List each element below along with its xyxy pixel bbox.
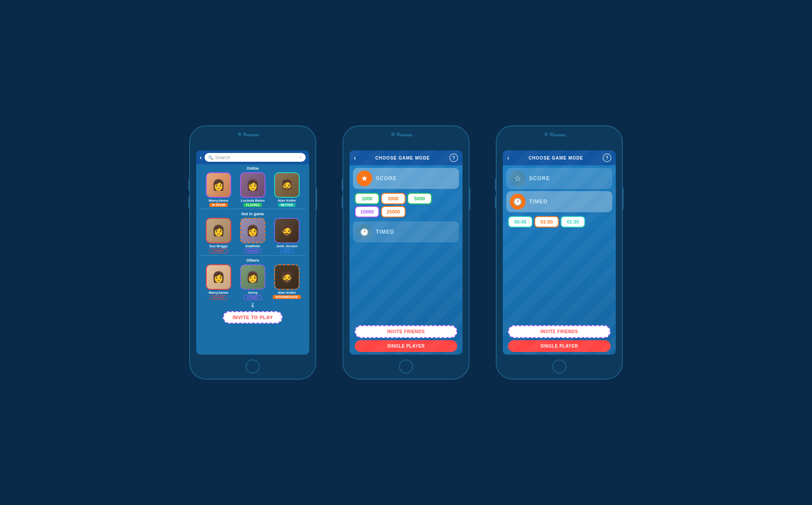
gamemode-screen-timed: ‹ CHOOSE GAME MODE ? SCORE TIMED 00:4	[503, 150, 616, 355]
avatar: 👩	[240, 264, 265, 290]
invite-button-wrapper: INVITE TO PLAY	[196, 309, 309, 326]
time-option-0045[interactable]: 00:45	[508, 216, 533, 228]
list-item[interactable]: 👩 SiaWhite RACER	[237, 218, 269, 253]
avatar-image: 👩	[207, 265, 230, 289]
list-item[interactable]: 👩 MarryJanne IN ROOM	[202, 172, 235, 207]
single-player-button[interactable]: SINGLE PLAYER	[355, 340, 457, 352]
help-button[interactable]: ?	[449, 153, 458, 162]
gamemode-content: SCORE 1000 2000 5000 10000 25000 TIMED I…	[350, 165, 462, 355]
back-button[interactable]: ‹	[354, 154, 356, 161]
online-section-label: Online	[196, 164, 309, 171]
status-badge: INTERMEDIATE	[273, 295, 301, 299]
time-option-0100[interactable]: 01:00	[534, 216, 559, 228]
list-item[interactable]: 👩 Jenny STREET	[237, 264, 269, 300]
timed-mode-label: TIMED	[376, 229, 394, 235]
phone-3: ‹ CHOOSE GAME MODE ? SCORE TIMED 00:4	[496, 125, 623, 380]
avatar-image: 👩	[241, 265, 265, 289]
friends-screen: ‹ 🔍 Search ✕ Online 👩 MarryJanne IN ROOM…	[196, 150, 309, 355]
friend-name: Alan Keller	[278, 199, 296, 203]
phone-home-button[interactable]	[399, 359, 413, 373]
avatar: 👩	[206, 218, 231, 243]
phone-button-left-1	[495, 179, 497, 191]
bottom-buttons: INVITE FRIENDS SINGLE PLAYER	[506, 325, 612, 352]
status-badge: STREET	[244, 295, 262, 300]
back-button[interactable]: ‹	[507, 154, 509, 161]
friend-name: John Jensen	[276, 244, 298, 248]
phone-speaker	[246, 134, 259, 136]
phone-home-button[interactable]	[552, 359, 566, 373]
score-mode-row[interactable]: SCORE	[353, 168, 459, 189]
list-item[interactable]: 👩 MarryJanne NOVICE	[202, 264, 235, 300]
time-options: 00:45 01:00 01:30	[506, 214, 612, 229]
score-icon-circle	[357, 171, 372, 186]
avatar: 👩	[206, 172, 231, 198]
gamemode-screen-score: ‹ CHOOSE GAME MODE ? SCORE 1000 2000 500…	[350, 150, 462, 355]
phone-button-right	[622, 188, 624, 210]
clock-icon	[360, 228, 369, 236]
search-bar: ‹ 🔍 Search ✕	[196, 150, 309, 164]
timed-mode-row[interactable]: TIMED	[506, 191, 612, 212]
avatar: 🧔	[274, 264, 300, 290]
bottom-buttons: INVITE FRIENDS SINGLE PLAYER	[353, 325, 459, 352]
status-badge: NOVICE	[210, 295, 228, 300]
score-option-10000[interactable]: 10000	[355, 206, 379, 217]
friend-name: Lucinda Bates	[241, 199, 265, 203]
score-option-5000[interactable]: 5000	[407, 193, 432, 204]
avatar-image: 🧔	[275, 173, 299, 197]
status-badge: STREET	[209, 249, 228, 253]
status-badge: PLAYING	[244, 203, 262, 207]
help-button[interactable]: ?	[603, 153, 611, 162]
invite-to-play-button[interactable]: INVITE TO PLAY	[223, 311, 282, 324]
score-options: 1000 2000 5000 10000 25000	[353, 191, 459, 219]
search-input-wrapper[interactable]: 🔍 Search ✕	[205, 153, 306, 162]
list-item[interactable]: 👩 Sue Briggs STREET	[202, 218, 235, 253]
score-option-2000[interactable]: 2000	[381, 193, 406, 204]
avatar-image: 👩	[241, 219, 265, 242]
avatar-image: 👩	[207, 173, 230, 197]
not-in-game-friends-grid: 👩 Sue Briggs STREET 👩 SiaWhite RACER 🧔 J…	[196, 217, 309, 254]
avatar-image: 🧔	[275, 265, 299, 289]
friend-name: Alan Keller	[278, 291, 296, 295]
not-in-game-section-label: Not in game	[196, 210, 309, 217]
score-icon-circle	[510, 171, 526, 186]
friend-name: MarryJanne	[209, 291, 229, 295]
avatar-image: 🧔	[275, 219, 299, 242]
time-option-0130[interactable]: 01:30	[561, 216, 585, 228]
avatar: 👩	[240, 218, 265, 243]
score-option-25000[interactable]: 25000	[381, 206, 406, 217]
search-input[interactable]: Search	[215, 155, 297, 160]
avatar: 👩	[240, 172, 265, 198]
list-item[interactable]: 🧔 Alan Keller INTERMEDIATE	[271, 264, 303, 300]
list-item[interactable]: 🧔 John Jensen PRO	[271, 218, 303, 253]
online-friends-grid: 👩 MarryJanne IN ROOM 👩 Lucinda Bates PLA…	[196, 171, 309, 208]
single-player-button[interactable]: SINGLE PLAYER	[508, 340, 611, 352]
timed-mode-row[interactable]: TIMED	[353, 221, 459, 242]
invite-friends-button[interactable]: INVITE FRIENDS	[508, 325, 611, 338]
phone-button-left-2	[495, 196, 497, 209]
score-option-1000[interactable]: 1000	[355, 193, 379, 204]
avatar-image: 👩	[241, 173, 265, 197]
phone-speaker	[399, 134, 413, 136]
others-section-label: Others	[196, 256, 309, 263]
invite-friends-button[interactable]: INVITE FRIENDS	[355, 325, 457, 338]
friend-name: SiaWhite	[245, 244, 260, 248]
phone-button-left-1	[342, 179, 343, 191]
star-icon	[361, 174, 368, 183]
list-item[interactable]: 👩 Lucinda Bates PLAYING	[237, 172, 269, 207]
gamemode-header: ‹ CHOOSE GAME MODE ?	[503, 150, 616, 165]
clear-search-icon[interactable]: ✕	[299, 155, 302, 160]
phone-1: ‹ 🔍 Search ✕ Online 👩 MarryJanne IN ROOM…	[189, 125, 316, 380]
phone-home-button[interactable]	[246, 359, 260, 373]
gamemode-header: ‹ CHOOSE GAME MODE ?	[350, 150, 462, 165]
score-mode-row[interactable]: SCORE	[506, 168, 612, 189]
phone-button-right	[469, 188, 470, 210]
friend-name: Sue Briggs	[209, 244, 228, 248]
avatar: 👩	[206, 264, 231, 290]
avatar: 🧔	[274, 218, 300, 243]
timed-icon-circle	[357, 224, 372, 240]
back-button[interactable]: ‹	[200, 154, 202, 161]
score-mode-label: SCORE	[529, 175, 550, 181]
score-mode-label: SCORE	[376, 175, 397, 181]
friend-name: Jenny	[247, 291, 258, 295]
list-item[interactable]: 🧔 Alan Keller BETTER	[271, 172, 303, 207]
